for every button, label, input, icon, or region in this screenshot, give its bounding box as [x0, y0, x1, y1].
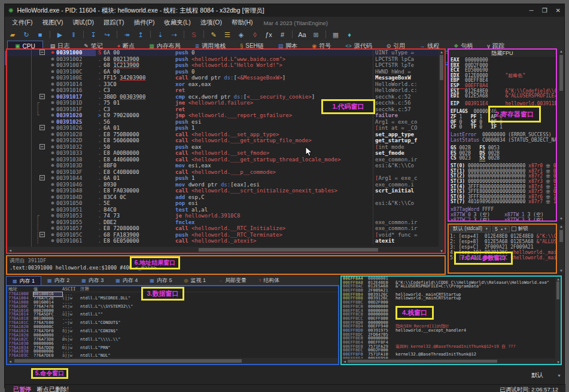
- register-vscrollbar[interactable]: ▲▼: [558, 50, 564, 220]
- stack-panel[interactable]: 00EFF8A40000000100EFF8A8012E48E0&"K:\\Co…: [340, 275, 562, 365]
- disasm-row[interactable]: ●00391033.E8 A00B0000call <helloworld.__…: [7, 150, 439, 157]
- restart-icon[interactable]: ↻: [22, 30, 31, 39]
- disasm-row[interactable]: ●00391002.68 00213900push <helloworld.L"…: [7, 56, 439, 63]
- dump-tab-内存 5[interactable]: ▦内存 5: [144, 276, 178, 285]
- dump-column-header[interactable]: 注释: [80, 286, 338, 292]
- dump-row[interactable]: 776A100C776A7478xtjwntdll.L"\\SYSTEM32\\…: [7, 305, 338, 309]
- title-bar[interactable]: ❋ HelloWorld.exe - PID: 11604 - 模块: hell…: [5, 4, 564, 17]
- minimize-button[interactable]: ─: [530, 7, 534, 14]
- disasm-row[interactable]: −●00391044.6A 01push 1[Arg1 = exe_c: [7, 175, 439, 182]
- call-param-row[interactable]: 2: [esp+8] 012E5A68 012E5A68 &"ALLUSERSP: [450, 239, 555, 244]
- disasm-row[interactable]: −●00391026.6A 01push 1[int at = _CO: [7, 125, 439, 131]
- disasm-row[interactable]: ┆●00391061.E8 6E050000call <helloworld._…: [7, 238, 439, 244]
- eraser-icon[interactable]: ◊: [251, 30, 259, 39]
- menu-item[interactable]: 插件(P): [129, 17, 159, 28]
- stack-hscrollbar[interactable]: ◀: [342, 359, 555, 364]
- unlock-checkbox[interactable]: [512, 226, 516, 231]
- run-to-user-icon[interactable]: ↠: [123, 30, 131, 39]
- patch-icon[interactable]: ✎: [209, 30, 218, 39]
- disasm-row[interactable]: ●0039103F.E8 C40B0000call <helloworld.__…: [7, 169, 439, 176]
- disasm-row[interactable]: ●00391046.8930mov dword ptr ds:[eax],esi…: [7, 182, 439, 188]
- dump-row[interactable]: 776A100800160014....: [7, 301, 338, 305]
- sweep-icon[interactable]: ◈: [237, 30, 245, 39]
- calculator-icon[interactable]: ▦: [331, 30, 340, 39]
- disasm-row[interactable]: ●00391016.C3retHelloWorld.c:: [7, 87, 439, 94]
- disasm-row[interactable]: ●0039100E.FF15 34203900call dword ptr ds…: [7, 75, 439, 81]
- dump-row[interactable]: 776A1024776A7DF0ð}jwntdll.L"CONIN$": [7, 329, 338, 333]
- menu-item[interactable]: 视图(V): [37, 17, 68, 28]
- call-parameters-panel[interactable]: 默认 (stdcall)▼ 5▲▼ 解锁 1: [esp+4] 012E48E0…: [448, 223, 557, 274]
- dump-hscrollbar[interactable]: ◀: [7, 358, 338, 364]
- fx-icon[interactable]: ƒx: [264, 30, 273, 39]
- dump-row[interactable]: 776A103000080006....: [7, 342, 338, 346]
- highlight-icon[interactable]: ⊞: [312, 30, 320, 39]
- disasm-row[interactable]: ●00391048.E8 FA030000call <helloworld.__…: [7, 188, 439, 194]
- call-param-row[interactable]: 1: [esp+4] 012E48E0 012E48E0 &"K:\\Codef: [450, 234, 555, 239]
- trace-over-icon[interactable]: ⇢: [170, 30, 178, 39]
- hide-fpu-button[interactable]: 隐藏FPU: [449, 50, 556, 57]
- settings-icon[interactable]: ♦: [345, 30, 354, 39]
- register-line[interactable]: CF 0 TF 0 IF 1: [451, 125, 554, 130]
- pause-icon[interactable]: ‖: [69, 30, 78, 39]
- step-over-icon[interactable]: ↪: [103, 30, 111, 39]
- dump-row[interactable]: 776A101000020000....: [7, 309, 338, 313]
- dump-row[interactable]: 776A1028000A0008....: [7, 333, 338, 338]
- dump-row[interactable]: 776A101800100006....: [7, 317, 338, 321]
- break-icon[interactable]: S: [190, 30, 198, 39]
- dump-row[interactable]: 776A102C776A73D8Øsjwntdll.L"\\\\.\\": [7, 338, 338, 342]
- maximize-button[interactable]: ❐: [542, 7, 547, 14]
- disasm-row[interactable]: ┆●00391057.E8 72080000call <helloworld._…: [7, 225, 439, 232]
- disasm-row[interactable]: ●00391014.33C0xor eax,eaxHelloWorld.c:: [7, 81, 439, 88]
- register-line[interactable]: EDI 012E5A68 &"ALLUSERSPROFILE=C:\: [451, 94, 554, 99]
- register-line[interactable]: LastStatus C0000034 (STATUS_OBJECT_NAME_: [451, 138, 554, 143]
- param-count-spinner[interactable]: 5▲▼: [492, 226, 510, 232]
- dump-tab-结构体[interactable]: ?结构体: [252, 276, 285, 285]
- disasm-row[interactable]: ●0039102D.E8 56060000call <helloworld.__…: [7, 137, 439, 144]
- disasm-vscrollbar[interactable]: ▲▼: [439, 50, 445, 253]
- open-file-icon[interactable]: ▰: [8, 30, 17, 39]
- run-icon[interactable]: ▶: [56, 30, 64, 39]
- disasm-row[interactable]: ●00391051.84C0test al,al: [7, 207, 439, 213]
- register-panel[interactable]: 隐藏FPU EAX 00000000EBX 00D2F000ECX ED5006…: [448, 48, 557, 222]
- disasm-row[interactable]: ●00391025.56push esiArg1 = exe_co: [7, 119, 439, 125]
- stack-vscrollbar[interactable]: ▲▼: [555, 277, 561, 364]
- callparam-vscrollbar[interactable]: ▲▼: [558, 225, 564, 272]
- disasm-row[interactable]: ●00391028.E8 750B0000call <helloworld.__…: [7, 131, 439, 138]
- dump-tab-内存 4[interactable]: ▦内存 4: [109, 276, 144, 285]
- disasm-row[interactable]: −●00391000S6A 00push 0UINT uType =: [7, 50, 439, 56]
- menu-item[interactable]: 收藏夹(L): [159, 17, 195, 28]
- disasm-row[interactable]: ●0039104D.83C4 0Cadd esp,C: [7, 194, 439, 201]
- stop-icon[interactable]: ■: [36, 30, 44, 39]
- menu-item[interactable]: 调试(D): [68, 17, 99, 28]
- dump-row[interactable]: 776A103800080006....: [7, 350, 338, 354]
- dump-tab-监视 1[interactable]: ◎监视 1: [178, 276, 212, 285]
- menu-item[interactable]: 跟踪(T): [99, 17, 129, 28]
- dump-tab-内存 1[interactable]: ▦内存 1: [6, 276, 41, 285]
- font-icon[interactable]: Aa: [298, 30, 306, 39]
- menu-item[interactable]: 文件(F): [7, 17, 37, 28]
- dump-row[interactable]: 776A10200006000C....: [7, 325, 338, 329]
- step-into-icon[interactable]: ↧: [89, 30, 98, 39]
- register-line[interactable]: ST(7) 40169896800000000000 x87r7 空 1000: [451, 200, 554, 205]
- call-param-row[interactable]: 3: [esp+C] 2F009A21 2F009A21: [450, 244, 555, 250]
- dump-tab-局部变量[interactable]: →局部变量: [212, 276, 252, 285]
- register-line[interactable]: x87TW_2 3 (空) x87TW_3 3 (空): [451, 218, 554, 220]
- disassembly-panel[interactable]: −●00391000S6A 00push 0UINT uType = ●0039…: [6, 48, 446, 254]
- dump-tab-内存 3[interactable]: ▦内存 3: [75, 276, 109, 285]
- disasm-hscrollbar[interactable]: ◀: [7, 247, 439, 253]
- register-line[interactable]: CS 0023 SS 002B: [451, 156, 554, 161]
- command-profile-select[interactable]: 默认▼: [529, 370, 564, 381]
- disasm-row[interactable]: ┌●00391053.74 73je helloworld.3910C8: [7, 213, 439, 219]
- dump-tab-内存 2[interactable]: ▦内存 2: [41, 276, 75, 285]
- disasm-row[interactable]: −●00391032.50push eax[int mode: [7, 144, 439, 151]
- calling-convention-select[interactable]: 默认 (stdcall)▼: [451, 226, 491, 232]
- close-button[interactable]: ✕: [556, 7, 561, 14]
- dump-row[interactable]: 776A101C776A7E00.~jwntdll.L"CONOUT$": [7, 321, 338, 325]
- trace-into-icon[interactable]: ⇣: [156, 30, 165, 39]
- menu-item[interactable]: 选项(O): [196, 17, 227, 28]
- disasm-row[interactable]: ●0039100C.6A 00push 0HWND hWnd =: [7, 69, 439, 75]
- fill-icon[interactable]: ☰: [223, 30, 232, 39]
- disasm-row[interactable]: ●00391007.68 1C213900push <helloworld.L"…: [7, 62, 439, 69]
- dump-row[interactable]: 776A1014776A5DFCü]jwntdll.L"": [7, 313, 338, 317]
- disasm-row[interactable]: ●00391038.E8 44060000call <helloworld.__…: [7, 157, 439, 163]
